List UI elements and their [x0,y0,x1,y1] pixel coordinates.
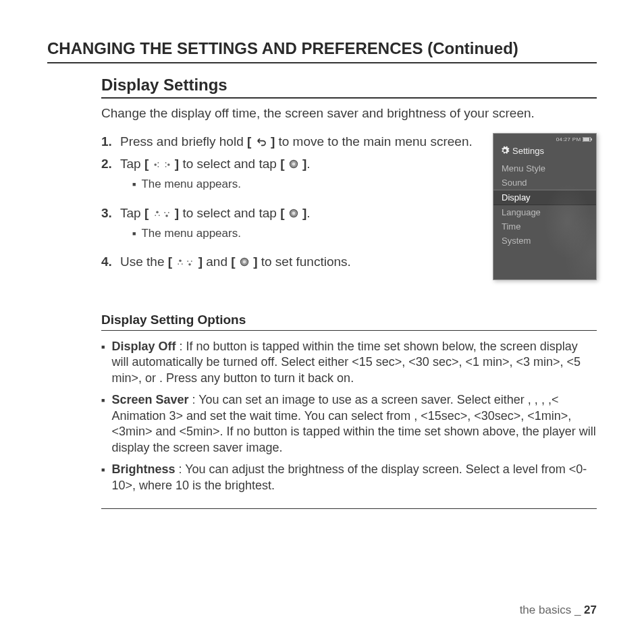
svg-point-17 [178,264,180,265]
step-item: 3.Tap [ ] to select and tap [ ].■The men… [101,205,481,248]
device-menu: Menu StyleSoundDisplayLanguageTimeSystem [493,159,596,248]
page-title: CHANGING THE SETTINGS AND PREFERENCES (C… [47,39,597,63]
svg-point-18 [182,264,183,265]
option-item: ■Screen Saver : You can set an image to … [101,392,597,456]
steps-list: 1.Press and briefly hold [ ] to move to … [101,133,481,276]
footer-page-number: 27 [584,603,597,616]
page-footer: the basics _ 27 [520,603,597,617]
step-item: 4.Use the [ ] and [ ] to set functions. [101,253,481,271]
svg-point-23 [242,261,246,264]
device-screenshot: 04:27 PM Settings Menu StyleSoundDisplay… [493,133,597,280]
section-display-settings: Display Settings Change the display off … [47,76,597,509]
svg-point-21 [191,261,192,262]
svg-point-0 [154,164,157,167]
options-list: ■Display Off : If no button is tapped wi… [101,339,597,510]
intro-text: Change the display off time, the screen … [101,105,597,122]
footer-sep: _ [571,603,584,616]
section-title: Display Settings [101,76,597,99]
device-menu-item: Sound [493,176,596,190]
svg-point-1 [157,163,159,164]
step-item: 1.Press and briefly hold [ ] to move to … [101,133,481,151]
step-item: 2.Tap [ ] to select and tap [ ].■The men… [101,155,481,199]
svg-point-12 [164,212,165,213]
svg-point-2 [157,166,159,167]
options-title: Display Setting Options [101,313,597,331]
device-menu-item: Time [493,219,596,234]
step-sub: ■The menu appears. [132,177,481,192]
gear-icon [500,146,510,155]
device-menu-item: Menu Style [493,161,596,176]
svg-point-5 [165,166,166,167]
svg-point-15 [292,212,295,215]
svg-point-20 [188,261,189,262]
step-sub: ■The menu appears. [132,226,481,242]
footer-section: the basics [520,603,572,616]
option-item: ■Brightness : You can adjust the brightn… [101,462,597,494]
svg-point-8 [156,211,159,213]
device-status-time: 04:27 PM [556,136,592,142]
svg-point-7 [292,163,295,166]
svg-point-16 [180,260,182,263]
device-menu-item: Display [493,190,596,205]
svg-point-9 [155,215,156,216]
svg-point-4 [165,163,166,164]
option-item: ■Display Off : If no button is tapped wi… [101,339,597,387]
svg-point-19 [189,264,192,267]
svg-rect-26 [591,138,592,140]
device-menu-item: System [493,234,596,248]
svg-rect-25 [583,138,589,141]
svg-point-3 [167,164,170,167]
device-menu-item: Language [493,205,596,219]
svg-point-10 [158,215,159,216]
svg-point-11 [165,215,168,217]
svg-point-13 [167,212,169,213]
